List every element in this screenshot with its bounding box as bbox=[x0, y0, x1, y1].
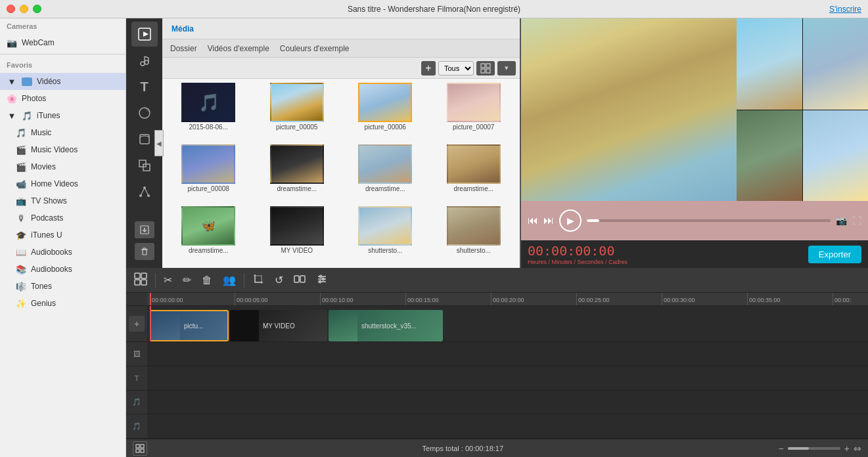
audio-track-2-row bbox=[147, 414, 868, 439]
tab-filters[interactable] bbox=[131, 127, 158, 152]
rotate-btn[interactable]: ↺ bbox=[272, 272, 286, 288]
preview-main-video bbox=[521, 18, 737, 201]
svg-rect-41 bbox=[136, 449, 139, 452]
progress-bar[interactable] bbox=[587, 219, 831, 222]
media-thumb-3[interactable]: picture_00007 bbox=[432, 83, 516, 141]
media-section-title: Média bbox=[168, 23, 198, 35]
add-media-btn[interactable]: + bbox=[421, 61, 436, 76]
list-view-btn[interactable]: ▾ bbox=[497, 61, 516, 76]
export-btn[interactable]: Exporter bbox=[808, 246, 861, 263]
pen-btn[interactable]: ✏ bbox=[180, 272, 194, 288]
tab-elements[interactable] bbox=[131, 179, 158, 204]
bottom-bar: Temps total : 00:00:18:17 − + ⇔ bbox=[126, 439, 868, 457]
media-thumb-10[interactable]: shuttersto... bbox=[343, 206, 428, 264]
sidebar-item-audiobooks-2[interactable]: 📚 Audiobooks bbox=[0, 261, 126, 278]
sub-nav-couleurs[interactable]: Couleurs d'exemple bbox=[276, 43, 354, 54]
cut-btn[interactable]: ✂ bbox=[161, 272, 175, 288]
text-track-content bbox=[147, 366, 868, 390]
media-thumb-1[interactable]: picture_00005 bbox=[255, 83, 340, 141]
add-video-track-btn[interactable]: + bbox=[129, 316, 145, 332]
media-thumb-6[interactable]: dreamstime... bbox=[343, 144, 428, 202]
home-videos-label: Home Videos bbox=[31, 179, 78, 188]
tab-audio[interactable] bbox=[131, 48, 158, 73]
sidebar-item-webcam[interactable]: 📷 WebCam bbox=[0, 34, 126, 51]
media-thumb-4[interactable]: picture_00008 bbox=[166, 144, 251, 202]
sidebar-item-home-videos[interactable]: 📹 Home Videos bbox=[0, 175, 126, 192]
side-thumb-3 bbox=[737, 110, 802, 202]
tab-transitions[interactable] bbox=[131, 100, 158, 125]
track-label-2: 🖼 bbox=[126, 342, 147, 366]
snapshot-btn[interactable]: 📷 bbox=[836, 215, 847, 226]
media-thumb-7[interactable]: dreamstime... bbox=[432, 144, 516, 202]
clip-thumb-2 bbox=[230, 310, 259, 341]
zoom-out-btn[interactable]: − bbox=[779, 443, 784, 454]
clip-label-3: shutterstock_v35... bbox=[357, 322, 421, 330]
sidebar-item-photos[interactable]: 🌸 Photos bbox=[0, 90, 126, 107]
minimize-btn[interactable] bbox=[20, 5, 28, 13]
sidebar-item-videos[interactable]: ▼ Vidéos bbox=[0, 73, 126, 90]
sub-nav-videos-exemple[interactable]: Vidéos d'exemple bbox=[204, 43, 273, 54]
sidebar-item-podcasts[interactable]: 🎙 Podcasts bbox=[0, 209, 126, 227]
sidebar-item-movies[interactable]: 🎬 Movies bbox=[0, 158, 126, 175]
audiobooks-1-icon: 📖 bbox=[16, 247, 26, 257]
sidebar-item-tones[interactable]: 🎼 Tones bbox=[0, 278, 126, 295]
tl-sep-2 bbox=[244, 273, 244, 288]
media-thumb-8[interactable]: 🦋 dreamstime... bbox=[166, 206, 251, 264]
sidebar-item-music-videos[interactable]: 🎬 Music Videos bbox=[0, 141, 126, 158]
import-btn[interactable] bbox=[135, 221, 154, 238]
sidebar-item-music[interactable]: 🎵 Music bbox=[0, 124, 126, 141]
sidebar-item-itunes-u[interactable]: 🎓 iTunes U bbox=[0, 227, 126, 244]
play-btn[interactable]: ▶ bbox=[559, 209, 582, 232]
media-toolbar: + Tous ▾ bbox=[162, 58, 520, 79]
sidebar-item-audiobooks-1[interactable]: 📖 Audiobooks bbox=[0, 244, 126, 261]
trash-btn[interactable]: 🗑 bbox=[199, 273, 215, 288]
svg-rect-25 bbox=[486, 69, 490, 73]
media-thumb-5[interactable]: dreamstime... bbox=[255, 144, 340, 202]
fit-timeline-btn[interactable]: ⇔ bbox=[854, 443, 861, 454]
itunes-u-icon: 🎓 bbox=[16, 230, 26, 240]
delete-media-btn[interactable] bbox=[135, 243, 154, 260]
group-btn[interactable]: 👥 bbox=[220, 272, 239, 288]
zoom-in-btn[interactable]: + bbox=[844, 443, 850, 454]
rewind-btn[interactable]: ⏮ bbox=[528, 215, 538, 227]
maximize-btn[interactable] bbox=[33, 5, 41, 13]
video-clip-1[interactable]: pictu... bbox=[150, 310, 229, 341]
close-btn[interactable] bbox=[7, 5, 15, 13]
filter-select[interactable]: Tous bbox=[438, 61, 474, 76]
track-label-area: + 🖼 T 🎵 🎵 bbox=[126, 293, 147, 439]
media-thumb-11[interactable]: shuttersto... bbox=[432, 206, 516, 264]
collapse-panel-btn[interactable]: ◀ bbox=[154, 130, 164, 156]
crop-btn[interactable] bbox=[250, 272, 267, 289]
step-back-btn[interactable]: ⏭ bbox=[543, 215, 554, 227]
sidebar-item-itunes[interactable]: ▼ 🎵 iTunes bbox=[0, 107, 126, 124]
timeline-grid-btn[interactable] bbox=[133, 441, 147, 456]
itunes-u-label: iTunes U bbox=[31, 230, 62, 240]
thumb-label-11: shuttersto... bbox=[457, 247, 491, 254]
tab-overlays[interactable] bbox=[131, 153, 158, 178]
adjust-btn[interactable] bbox=[313, 272, 331, 289]
svg-rect-42 bbox=[141, 449, 144, 452]
tab-media[interactable] bbox=[131, 22, 158, 47]
register-link[interactable]: S'inscrire bbox=[829, 5, 861, 14]
sidebar-item-genius[interactable]: ✨ Genius bbox=[0, 295, 126, 312]
zoom-slider[interactable] bbox=[788, 447, 840, 450]
sidebar-item-tv-shows[interactable]: 📺 TV Shows bbox=[0, 192, 126, 209]
media-thumb-0[interactable]: 🎵 2015-08-06... bbox=[166, 83, 251, 141]
playhead[interactable] bbox=[150, 293, 151, 305]
video-clip-3[interactable]: shutterstock_v35... bbox=[329, 310, 443, 341]
preview-controls: ⏮ ⏭ ▶ 📷 ⛶ bbox=[521, 201, 868, 240]
svg-line-15 bbox=[145, 188, 148, 196]
svg-rect-18 bbox=[143, 250, 147, 255]
favoris-section-header: Favoris bbox=[0, 57, 126, 73]
audio-track-1-content bbox=[147, 391, 868, 414]
split-btn[interactable] bbox=[291, 272, 308, 289]
svg-rect-32 bbox=[300, 276, 305, 282]
media-thumb-9[interactable]: MY VIDEO bbox=[255, 206, 340, 264]
fullscreen-btn[interactable]: ⛶ bbox=[852, 215, 861, 226]
media-thumb-2[interactable]: picture_00006 bbox=[343, 83, 428, 141]
grid-view-btn[interactable] bbox=[476, 61, 495, 76]
video-clip-2[interactable]: MY VIDEO bbox=[230, 310, 327, 341]
tab-text[interactable]: T bbox=[131, 74, 158, 99]
sub-nav-dossier[interactable]: Dossier bbox=[166, 43, 201, 54]
timeline-add-track-btn[interactable] bbox=[131, 271, 150, 290]
